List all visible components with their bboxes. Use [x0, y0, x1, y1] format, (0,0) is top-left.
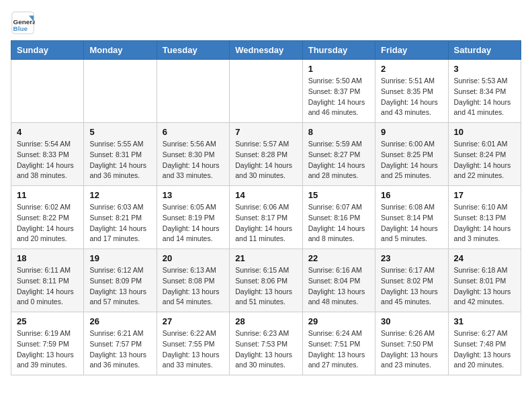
day-info: Sunrise: 6:00 AMSunset: 8:25 PMDaylight:…	[381, 139, 442, 181]
day-number: 5	[89, 127, 150, 137]
day-info: Sunrise: 5:55 AMSunset: 8:31 PMDaylight:…	[89, 139, 150, 181]
calendar-cell: 12Sunrise: 6:03 AMSunset: 8:21 PMDayligh…	[84, 186, 157, 249]
day-info: Sunrise: 6:22 AMSunset: 7:55 PMDaylight:…	[163, 328, 224, 371]
day-number: 31	[454, 316, 515, 326]
day-info: Sunrise: 6:18 AMSunset: 8:01 PMDaylight:…	[454, 265, 515, 308]
day-number: 9	[381, 127, 442, 137]
calendar-cell: 24Sunrise: 6:18 AMSunset: 8:01 PMDayligh…	[448, 249, 521, 312]
day-number: 26	[89, 316, 150, 326]
calendar-cell: 23Sunrise: 6:17 AMSunset: 8:02 PMDayligh…	[375, 249, 448, 312]
day-info: Sunrise: 6:10 AMSunset: 8:13 PMDaylight:…	[454, 202, 515, 244]
day-number: 6	[163, 127, 224, 137]
day-number: 25	[17, 316, 78, 326]
calendar-cell: 13Sunrise: 6:05 AMSunset: 8:19 PMDayligh…	[157, 186, 229, 249]
calendar-cell: 6Sunrise: 5:56 AMSunset: 8:30 PMDaylight…	[157, 123, 229, 186]
calendar-cell: 21Sunrise: 6:15 AMSunset: 8:06 PMDayligh…	[230, 249, 302, 312]
calendar-cell	[157, 60, 229, 123]
day-number: 13	[163, 190, 224, 200]
day-number: 22	[308, 253, 369, 263]
day-number: 11	[17, 190, 78, 200]
day-info: Sunrise: 5:54 AMSunset: 8:33 PMDaylight:…	[17, 139, 78, 181]
day-info: Sunrise: 5:51 AMSunset: 8:35 PMDaylight:…	[381, 76, 442, 118]
day-info: Sunrise: 6:12 AMSunset: 8:09 PMDaylight:…	[89, 265, 150, 308]
calendar-cell: 17Sunrise: 6:10 AMSunset: 8:13 PMDayligh…	[448, 186, 521, 249]
day-number: 30	[381, 316, 442, 326]
calendar-cell: 31Sunrise: 6:27 AMSunset: 7:48 PMDayligh…	[448, 312, 521, 375]
day-header-monday: Monday	[84, 41, 157, 60]
calendar-cell: 4Sunrise: 5:54 AMSunset: 8:33 PMDaylight…	[11, 123, 84, 186]
day-info: Sunrise: 5:57 AMSunset: 8:28 PMDaylight:…	[235, 139, 296, 181]
calendar-cell: 29Sunrise: 6:24 AMSunset: 7:51 PMDayligh…	[302, 312, 375, 375]
day-info: Sunrise: 5:50 AMSunset: 8:37 PMDaylight:…	[308, 76, 369, 118]
day-info: Sunrise: 6:24 AMSunset: 7:51 PMDaylight:…	[308, 328, 369, 371]
day-info: Sunrise: 5:53 AMSunset: 8:34 PMDaylight:…	[454, 76, 515, 118]
day-info: Sunrise: 6:11 AMSunset: 8:11 PMDaylight:…	[17, 265, 78, 308]
calendar-cell: 18Sunrise: 6:11 AMSunset: 8:11 PMDayligh…	[11, 249, 84, 312]
calendar-cell: 27Sunrise: 6:22 AMSunset: 7:55 PMDayligh…	[157, 312, 229, 375]
calendar-cell: 3Sunrise: 5:53 AMSunset: 8:34 PMDaylight…	[448, 60, 521, 123]
calendar-cell: 7Sunrise: 5:57 AMSunset: 8:28 PMDaylight…	[230, 123, 302, 186]
day-info: Sunrise: 6:26 AMSunset: 7:50 PMDaylight:…	[381, 328, 442, 371]
calendar-week-3: 11Sunrise: 6:02 AMSunset: 8:22 PMDayligh…	[11, 186, 521, 249]
day-number: 20	[163, 253, 224, 263]
day-number: 27	[163, 316, 224, 326]
calendar-cell	[11, 60, 84, 123]
day-info: Sunrise: 6:05 AMSunset: 8:19 PMDaylight:…	[163, 202, 224, 244]
logo: General Blue	[11, 11, 35, 35]
day-info: Sunrise: 6:13 AMSunset: 8:08 PMDaylight:…	[163, 265, 224, 308]
day-number: 21	[235, 253, 296, 263]
calendar-cell: 5Sunrise: 5:55 AMSunset: 8:31 PMDaylight…	[84, 123, 157, 186]
calendar-cell: 16Sunrise: 6:08 AMSunset: 8:14 PMDayligh…	[375, 186, 448, 249]
day-number: 24	[454, 253, 515, 263]
day-info: Sunrise: 6:27 AMSunset: 7:48 PMDaylight:…	[454, 328, 515, 371]
calendar-cell: 25Sunrise: 6:19 AMSunset: 7:59 PMDayligh…	[11, 312, 84, 375]
day-info: Sunrise: 6:15 AMSunset: 8:06 PMDaylight:…	[235, 265, 296, 308]
calendar-cell: 22Sunrise: 6:16 AMSunset: 8:04 PMDayligh…	[302, 249, 375, 312]
calendar-cell: 26Sunrise: 6:21 AMSunset: 7:57 PMDayligh…	[84, 312, 157, 375]
day-header-friday: Friday	[375, 41, 448, 60]
calendar-week-5: 25Sunrise: 6:19 AMSunset: 7:59 PMDayligh…	[11, 312, 521, 375]
calendar-cell: 9Sunrise: 6:00 AMSunset: 8:25 PMDaylight…	[375, 123, 448, 186]
calendar-cell	[230, 60, 302, 123]
day-number: 19	[89, 253, 150, 263]
day-number: 1	[308, 64, 369, 74]
calendar-cell: 14Sunrise: 6:06 AMSunset: 8:17 PMDayligh…	[230, 186, 302, 249]
day-number: 3	[454, 64, 515, 74]
calendar-cell: 1Sunrise: 5:50 AMSunset: 8:37 PMDaylight…	[302, 60, 375, 123]
day-info: Sunrise: 6:08 AMSunset: 8:14 PMDaylight:…	[381, 202, 442, 244]
day-header-thursday: Thursday	[302, 41, 375, 60]
day-number: 10	[454, 127, 515, 137]
calendar-cell: 28Sunrise: 6:23 AMSunset: 7:53 PMDayligh…	[230, 312, 302, 375]
day-info: Sunrise: 6:17 AMSunset: 8:02 PMDaylight:…	[381, 265, 442, 308]
calendar-cell: 20Sunrise: 6:13 AMSunset: 8:08 PMDayligh…	[157, 249, 229, 312]
calendar-week-2: 4Sunrise: 5:54 AMSunset: 8:33 PMDaylight…	[11, 123, 521, 186]
day-number: 7	[235, 127, 296, 137]
calendar-cell: 8Sunrise: 5:59 AMSunset: 8:27 PMDaylight…	[302, 123, 375, 186]
day-info: Sunrise: 6:06 AMSunset: 8:17 PMDaylight:…	[235, 202, 296, 244]
day-header-sunday: Sunday	[11, 41, 84, 60]
day-number: 17	[454, 190, 515, 200]
day-info: Sunrise: 6:07 AMSunset: 8:16 PMDaylight:…	[308, 202, 369, 244]
day-number: 16	[381, 190, 442, 200]
day-info: Sunrise: 6:03 AMSunset: 8:21 PMDaylight:…	[89, 202, 150, 244]
calendar-cell: 15Sunrise: 6:07 AMSunset: 8:16 PMDayligh…	[302, 186, 375, 249]
day-number: 2	[381, 64, 442, 74]
day-info: Sunrise: 6:16 AMSunset: 8:04 PMDaylight:…	[308, 265, 369, 308]
calendar-cell: 19Sunrise: 6:12 AMSunset: 8:09 PMDayligh…	[84, 249, 157, 312]
calendar-week-4: 18Sunrise: 6:11 AMSunset: 8:11 PMDayligh…	[11, 249, 521, 312]
day-number: 28	[235, 316, 296, 326]
calendar-cell: 30Sunrise: 6:26 AMSunset: 7:50 PMDayligh…	[375, 312, 448, 375]
header: General Blue	[11, 11, 521, 35]
day-header-tuesday: Tuesday	[157, 41, 229, 60]
day-number: 15	[308, 190, 369, 200]
day-header-saturday: Saturday	[448, 41, 521, 60]
day-info: Sunrise: 5:56 AMSunset: 8:30 PMDaylight:…	[163, 139, 224, 181]
day-number: 23	[381, 253, 442, 263]
day-info: Sunrise: 6:23 AMSunset: 7:53 PMDaylight:…	[235, 328, 296, 371]
calendar: SundayMondayTuesdayWednesdayThursdayFrid…	[11, 40, 521, 375]
calendar-cell: 2Sunrise: 5:51 AMSunset: 8:35 PMDaylight…	[375, 60, 448, 123]
day-info: Sunrise: 6:01 AMSunset: 8:24 PMDaylight:…	[454, 139, 515, 181]
day-info: Sunrise: 6:19 AMSunset: 7:59 PMDaylight:…	[17, 328, 78, 371]
day-info: Sunrise: 5:59 AMSunset: 8:27 PMDaylight:…	[308, 139, 369, 181]
day-number: 4	[17, 127, 78, 137]
